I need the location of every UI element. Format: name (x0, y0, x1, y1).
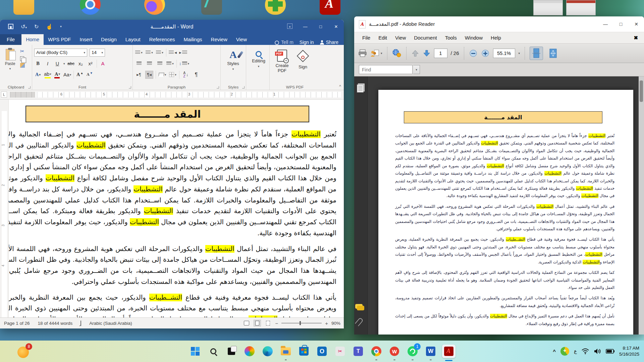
grow-font-button[interactable]: A▲ (76, 71, 84, 79)
zoom-level[interactable]: 90% (331, 321, 340, 326)
web-layout-icon[interactable] (264, 320, 272, 326)
reader-close-button[interactable]: ✕ (629, 16, 644, 32)
menu-tools[interactable]: Tools (441, 35, 461, 41)
styles-button[interactable]: A Styles ▾ (223, 47, 244, 71)
adobe-reader-taskbar-icon[interactable] (442, 345, 455, 358)
tab-wps-pdf[interactable]: WPS PDF (44, 34, 75, 45)
text-effects-button[interactable]: A▾ (34, 71, 42, 79)
pdf-scrollbar[interactable] (639, 76, 644, 335)
find-dropdown-icon[interactable]: ▾ (413, 65, 420, 74)
editing-button[interactable]: Editing ▾ (248, 47, 269, 68)
fit-page-button[interactable] (546, 47, 560, 60)
language-tray-indicator[interactable]: ع (574, 348, 577, 354)
battery-icon[interactable] (606, 349, 614, 354)
antivirus-tray-icon[interactable] (560, 347, 569, 356)
tab-insert[interactable]: Insert (75, 34, 97, 45)
page-number-input[interactable] (434, 49, 447, 58)
word-minimize-button[interactable]: — (298, 20, 313, 33)
word-taskbar-icon[interactable]: W (424, 345, 437, 358)
share-button[interactable]: Share (320, 40, 338, 45)
word-close-button[interactable]: ✕ (328, 20, 344, 33)
font-name-select[interactable]: Arial (Body CS)▾ (34, 49, 87, 57)
shrink-font-button[interactable]: A▼ (86, 71, 93, 79)
redo-icon[interactable]: ↻ (34, 23, 39, 30)
bullets-button[interactable]: ▾ (135, 49, 143, 57)
clipboard-dialog-launcher-icon[interactable] (28, 86, 31, 88)
copy-button[interactable] (20, 56, 24, 61)
zoom-out-icon[interactable]: − (275, 320, 278, 326)
taskbar-weather-icon[interactable]: 8 (17, 345, 31, 358)
proofing-icon[interactable] (76, 321, 85, 326)
tab-layout[interactable]: Layout (121, 34, 145, 45)
rtl-direction-button[interactable]: ¶◂ (145, 71, 153, 79)
tab-view[interactable]: View (232, 34, 251, 45)
borders-button[interactable]: ▾ (169, 71, 177, 79)
tab-mailings[interactable]: Mailings (179, 34, 207, 45)
undo-icon[interactable]: ↺▾ (21, 23, 27, 30)
tab-home[interactable]: Home (21, 34, 44, 45)
font-dialog-launcher-icon[interactable] (129, 86, 131, 88)
paragraph-dialog-launcher-icon[interactable] (217, 86, 219, 88)
desktop-chrome-icon[interactable] (80, 0, 101, 15)
desktop-terminal-icon[interactable] (201, 0, 222, 15)
zoom-slider-thumb[interactable] (300, 321, 301, 325)
tray-clock[interactable]: 8:17 AM 5/16/2025 (619, 345, 639, 357)
zoom-in-icon[interactable]: + (325, 320, 328, 326)
tab-design[interactable]: Design (97, 34, 121, 45)
previous-page-button[interactable] (411, 49, 419, 57)
menu-edit[interactable]: Edit (374, 35, 391, 41)
scrolling-mode-button[interactable] (530, 47, 543, 60)
edge-icon[interactable] (261, 345, 274, 358)
document-title-box[interactable]: المقد مـــــــة (25, 106, 309, 122)
increase-indent-button[interactable]: ▸ (179, 49, 187, 57)
start-button[interactable] (189, 345, 202, 358)
ribbon-display-options-icon[interactable]: ⌅ (287, 23, 292, 29)
sort-button[interactable]: AZ ↓ (182, 71, 190, 79)
desktop-antivirus-icon[interactable] (265, 0, 286, 15)
clear-formatting-button[interactable]: A (99, 60, 107, 68)
print-layout-icon[interactable] (254, 320, 261, 326)
italic-button[interactable]: I (44, 60, 51, 68)
vertical-ruler[interactable]: 1 2 3 4 (0, 100, 9, 317)
close-document-icon[interactable]: ✖ (634, 35, 640, 41)
attachments-paperclip-icon[interactable] (355, 317, 364, 326)
file-explorer-icon[interactable] (279, 345, 292, 358)
web-tool-button[interactable] (392, 49, 401, 58)
reader-minimize-button[interactable]: — (598, 16, 613, 32)
subscript-button[interactable]: x₂ (77, 60, 85, 68)
pdf-scrollbar-thumb[interactable] (640, 80, 643, 102)
superscript-button[interactable]: x² (87, 60, 94, 68)
shading-button[interactable]: ▾ (158, 71, 166, 79)
wps-office-icon[interactable]: W (388, 345, 401, 358)
sign-in-link[interactable]: Sign in (300, 40, 314, 45)
horizontal-ruler[interactable]: L 6 5 4 3 2 1 (0, 90, 344, 100)
share-button[interactable]: ▾ (370, 49, 382, 57)
page-indicator[interactable]: Page 1 of 26 (3, 321, 34, 326)
comments-panel-icon[interactable] (357, 306, 364, 310)
task-view-icon[interactable] (225, 345, 238, 358)
menu-window[interactable]: Window (461, 35, 487, 41)
zoom-dropdown-icon[interactable]: ▾ (519, 52, 520, 55)
wifi-icon[interactable] (582, 348, 589, 354)
bold-button[interactable]: B (34, 60, 42, 68)
word-count[interactable]: 18 of 4444 words (34, 321, 77, 326)
microsoft-store-icon[interactable] (297, 345, 311, 358)
word-maximize-button[interactable]: □ (313, 20, 328, 33)
zoom-slider[interactable] (281, 323, 322, 323)
cut-button[interactable]: ✂ (20, 48, 25, 54)
text-highlight-button[interactable]: ab▾ (44, 71, 51, 79)
sign-button[interactable]: Sign (292, 47, 313, 73)
teams-icon[interactable]: T (352, 345, 365, 358)
line-spacing-button[interactable]: ↕▾ (179, 60, 189, 68)
multilevel-list-button[interactable]: ▾ (156, 49, 164, 57)
tab-selector[interactable]: L (1, 92, 7, 98)
align-left-button[interactable] (135, 60, 143, 68)
next-page-button[interactable] (423, 49, 431, 57)
chrome-icon[interactable] (370, 345, 383, 358)
save-icon[interactable] (8, 24, 13, 29)
align-center-button[interactable] (145, 60, 153, 68)
underline-button[interactable]: U (54, 60, 61, 68)
format-painter-button[interactable] (20, 63, 25, 68)
tray-chevron-icon[interactable]: ^ (553, 349, 556, 354)
zoom-out-button[interactable] (469, 49, 478, 58)
